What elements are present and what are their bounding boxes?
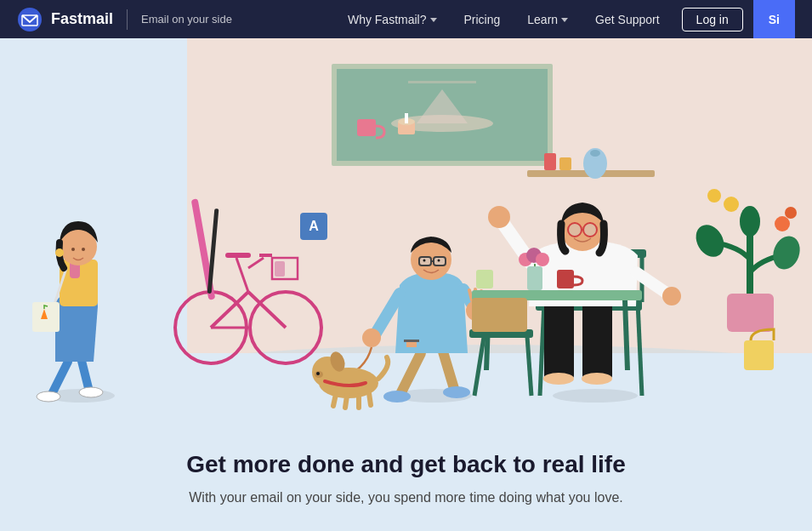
hero-illustration: A bbox=[0, 38, 812, 430]
svg-point-111 bbox=[724, 197, 739, 212]
hero-headline: Get more done and get back to real life bbox=[186, 451, 626, 478]
svg-point-91 bbox=[662, 287, 681, 305]
svg-point-67 bbox=[438, 260, 440, 262]
svg-rect-15 bbox=[357, 119, 376, 136]
svg-point-102 bbox=[536, 253, 549, 266]
brand-logo[interactable]: Fastmail bbox=[17, 7, 113, 32]
svg-point-114 bbox=[785, 207, 797, 219]
svg-point-77 bbox=[553, 389, 638, 403]
svg-rect-115 bbox=[744, 340, 774, 370]
svg-rect-9 bbox=[408, 81, 476, 83]
svg-point-113 bbox=[775, 216, 790, 231]
svg-point-37 bbox=[37, 391, 60, 402]
svg-point-14 bbox=[590, 150, 600, 157]
svg-point-45 bbox=[71, 248, 75, 251]
brand-name: Fastmail bbox=[51, 10, 113, 28]
svg-line-98 bbox=[625, 300, 627, 370]
svg-line-74 bbox=[345, 396, 347, 408]
svg-rect-85 bbox=[582, 302, 612, 379]
svg-rect-84 bbox=[544, 302, 574, 379]
svg-rect-11 bbox=[544, 153, 556, 170]
svg-line-73 bbox=[333, 394, 336, 406]
svg-point-0 bbox=[18, 8, 42, 31]
nav-links: Why Fastmail? Pricing Learn Get Support … bbox=[336, 0, 795, 38]
svg-rect-99 bbox=[527, 266, 542, 290]
svg-point-86 bbox=[543, 373, 574, 385]
svg-text:A: A bbox=[309, 219, 319, 233]
svg-rect-31 bbox=[275, 261, 285, 277]
svg-point-93 bbox=[568, 223, 582, 237]
svg-point-38 bbox=[79, 387, 103, 397]
svg-point-87 bbox=[582, 373, 612, 385]
svg-point-94 bbox=[583, 223, 597, 237]
svg-point-89 bbox=[488, 206, 510, 228]
svg-point-46 bbox=[82, 248, 85, 251]
svg-point-71 bbox=[316, 372, 320, 375]
svg-rect-104 bbox=[557, 270, 574, 288]
svg-point-59 bbox=[362, 328, 381, 347]
signup-button[interactable]: Si bbox=[753, 0, 795, 38]
svg-point-51 bbox=[443, 386, 470, 398]
svg-rect-119 bbox=[472, 298, 527, 332]
svg-point-112 bbox=[707, 189, 721, 203]
svg-rect-12 bbox=[559, 157, 571, 170]
hero-text-block: Get more done and get back to real life … bbox=[0, 416, 812, 531]
nav-support[interactable]: Get Support bbox=[583, 8, 672, 31]
chevron-down-icon bbox=[430, 18, 437, 22]
fastmail-logo-icon bbox=[17, 7, 43, 32]
svg-rect-106 bbox=[727, 294, 774, 332]
svg-point-66 bbox=[423, 260, 426, 262]
login-button[interactable]: Log in bbox=[682, 8, 743, 31]
nav-pricing[interactable]: Pricing bbox=[452, 8, 513, 31]
svg-point-44 bbox=[55, 248, 64, 257]
svg-point-50 bbox=[383, 391, 411, 403]
chevron-down-icon bbox=[561, 18, 568, 22]
hero-section: A bbox=[0, 38, 812, 531]
nav-divider bbox=[127, 9, 128, 30]
nav-tagline: Email on your side bbox=[141, 13, 232, 26]
svg-rect-105 bbox=[476, 270, 493, 288]
hero-subtext: With your email on your side, you spend … bbox=[189, 490, 622, 505]
nav-learn[interactable]: Learn bbox=[515, 8, 580, 31]
navigation: Fastmail Email on your side Why Fastmail… bbox=[0, 0, 812, 38]
svg-point-110 bbox=[740, 206, 760, 237]
nav-why-fastmail[interactable]: Why Fastmail? bbox=[336, 8, 449, 31]
svg-line-76 bbox=[369, 393, 371, 405]
svg-rect-61 bbox=[404, 340, 419, 342]
svg-rect-27 bbox=[225, 253, 251, 258]
svg-rect-18 bbox=[405, 113, 408, 123]
